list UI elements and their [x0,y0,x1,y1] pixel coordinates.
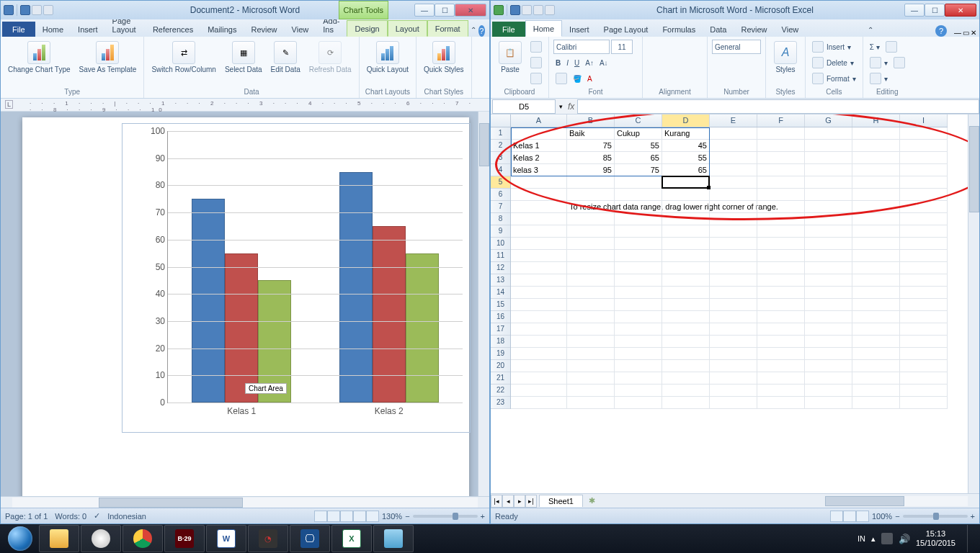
word-ruler[interactable]: L · · · 1 · · · | · · · 1 · · · 2 · · · … [1,99,489,112]
insert-cells-button[interactable]: Insert ▾ [810,40,858,54]
tray-language[interactable]: IN [858,534,865,543]
doc-minimize-button[interactable]: — [954,29,961,37]
doc-close-button[interactable]: ✕ [971,29,976,37]
row-headers[interactable]: 1234567891011121314151617181920212223 [491,127,511,409]
taskbar-app-button[interactable] [81,525,121,552]
zoom-level[interactable]: 100% [872,512,892,521]
styles-button[interactable]: AStyles [770,40,801,75]
zoom-out-button[interactable]: − [405,512,409,521]
taskbar-chrome-button[interactable] [122,525,163,552]
select-data-button[interactable]: ▦Select Data [222,40,265,75]
taskbar-excel-button[interactable]: X [331,525,372,552]
redo-icon[interactable] [43,5,53,15]
close-button[interactable]: ✕ [455,4,486,17]
print-icon[interactable] [545,5,555,15]
fill-color-button[interactable]: 🪣 [571,71,584,86]
font-name-select[interactable] [553,40,610,54]
autosum-button[interactable]: Σ ▾ [868,40,907,54]
cut-button[interactable] [528,40,544,54]
help-icon[interactable]: ? [935,25,947,37]
tab-references[interactable]: References [146,22,200,37]
increase-font-button[interactable]: A↑ [583,55,596,70]
tab-formulas[interactable]: Formulas [655,22,703,37]
tab-review[interactable]: Review [734,22,774,37]
minimize-ribbon-icon[interactable]: ⌃ [865,23,876,37]
tab-home[interactable]: Home [35,22,71,37]
column-headers[interactable]: ABCDEFGHI [511,114,948,127]
minimize-button[interactable]: — [904,4,925,17]
excel-titlebar[interactable]: Chart in Microsoft Word - Microsoft Exce… [491,1,979,19]
tray-action-center-icon[interactable] [881,533,893,544]
maximize-button[interactable]: ☐ [925,4,945,17]
tray-clock[interactable]: 15:1315/10/2015 [916,529,956,548]
save-icon[interactable] [510,5,520,15]
border-button[interactable] [553,71,569,86]
quick-styles-button[interactable]: Quick Styles [421,40,467,75]
italic-button[interactable]: I [564,55,571,70]
redo-icon[interactable] [533,5,543,15]
undo-icon[interactable] [32,5,42,15]
font-size-select[interactable] [611,40,633,54]
paste-button[interactable]: 📋Paste [495,40,525,75]
taskbar-word-button[interactable]: W [206,525,246,552]
tab-insert[interactable]: Insert [562,22,597,37]
taskbar-explorer-button[interactable] [39,525,79,552]
tab-file[interactable]: File [2,22,35,37]
worksheet-area[interactable]: ABCDEFGHI 123456789101112131415161718192… [491,114,979,493]
new-sheet-button[interactable]: ✱ [583,495,601,507]
minimize-button[interactable]: — [414,4,435,17]
formula-input[interactable] [577,99,979,114]
name-box[interactable] [492,99,556,114]
fill-button[interactable]: ▾ [868,55,907,70]
bold-button[interactable]: B [553,55,563,70]
word-document-area[interactable]: Kelas 1Kelas 2 0102030405060708090100 Ch… [1,112,489,496]
status-language[interactable]: Indonesian [107,512,146,521]
zoom-in-button[interactable]: + [971,512,975,521]
tab-design[interactable]: Design [347,20,387,37]
minimize-ribbon-icon[interactable]: ⌃ [468,23,478,37]
zoom-out-button[interactable]: − [895,512,899,521]
tab-file[interactable]: File [492,22,525,37]
format-cells-button[interactable]: Format ▾ [810,71,858,86]
delete-cells-button[interactable]: Delete ▾ [810,55,858,70]
zoom-slider[interactable] [903,515,968,518]
vscrollbar[interactable] [478,112,489,496]
status-words[interactable]: Words: 0 [55,512,86,521]
cells-grid[interactable]: BaikCukupKurangKelas 1755545Kelas 285655… [511,127,979,493]
edit-data-button[interactable]: ✎Edit Data [268,40,303,75]
undo-icon[interactable] [522,5,532,15]
number-format-select[interactable] [712,40,761,54]
format-painter-button[interactable] [528,71,544,86]
chart-plot-area[interactable]: Kelas 1Kelas 2 0102030405060708090100 [167,131,463,403]
close-button[interactable]: ✕ [945,4,976,17]
tab-home[interactable]: Home [525,20,562,37]
zoom-in-button[interactable]: + [481,512,485,521]
tab-view[interactable]: View [285,22,316,37]
status-page[interactable]: Page: 1 of 1 [5,512,48,521]
switch-row-column-button[interactable]: ⇄Switch Row/Column [148,40,218,75]
view-buttons[interactable] [830,511,869,522]
refresh-data-button[interactable]: ⟳Refresh Data [306,40,355,75]
status-proof-icon[interactable]: ✓ [94,511,100,521]
tab-layout[interactable]: Layout [388,20,427,37]
sheet-nav[interactable]: |◂◂▸▸| [491,495,537,508]
tab-view[interactable]: View [775,22,806,37]
doc-restore-button[interactable]: ▭ [963,29,969,37]
font-color-button[interactable]: A [585,71,594,86]
clear-button[interactable]: ▾ [868,71,907,86]
start-button[interactable] [3,525,37,552]
zoom-slider[interactable] [413,515,478,518]
underline-button[interactable]: U [572,55,582,70]
select-all-button[interactable] [491,114,511,127]
taskbar-pictures-button[interactable] [373,525,414,552]
tab-page-layout[interactable]: Page Layout [597,22,656,37]
show-desktop-button[interactable] [967,525,976,552]
tray-volume-icon[interactable]: 🔊 [899,534,910,544]
zoom-level[interactable]: 130% [382,512,402,521]
decrease-font-button[interactable]: A↓ [597,55,610,70]
word-titlebar[interactable]: Document2 - Microsoft Word Chart Tools —… [1,1,489,19]
tab-format[interactable]: Format [427,20,468,37]
tab-insert[interactable]: Insert [71,22,105,37]
word-hscroll[interactable] [1,496,489,508]
chart-object[interactable]: Kelas 1Kelas 2 0102030405060708090100 Ch… [122,123,471,433]
